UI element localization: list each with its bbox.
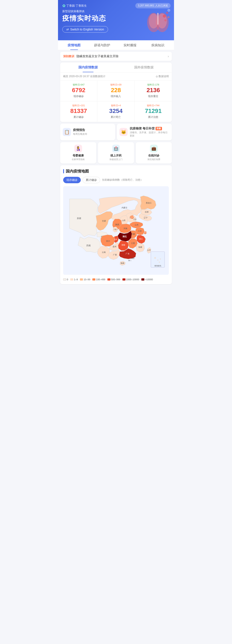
label-yunnan: 云南 bbox=[102, 251, 106, 253]
label-sichuan: 四川 bbox=[106, 240, 110, 242]
legend-item-3: 100–499 bbox=[92, 278, 105, 281]
legend-item-6: >10000 bbox=[141, 278, 153, 281]
data-cell-total-recovered: 较昨日+744 71291 累计治愈 bbox=[135, 101, 172, 122]
lung-decoration bbox=[144, 6, 172, 36]
legend-item-1: 1–9 bbox=[70, 278, 78, 281]
data-meta: 截至 2020-03-20 16:37 全国数据统计 ⊙ 数据说明 bbox=[60, 72, 172, 80]
service-card-maternal[interactable]: 🤱 母婴健康 在家孕育指南 bbox=[60, 142, 96, 164]
diff-total-death: 较昨日+4 bbox=[99, 104, 132, 107]
svg-point-2 bbox=[149, 14, 158, 28]
service-subtitle-medicine: 快递送货上门 bbox=[109, 158, 123, 161]
svg-point-10 bbox=[168, 10, 169, 11]
filter-btn-total[interactable]: 累计确诊 bbox=[82, 177, 100, 183]
map-filter-row: 现存确诊 累计确诊 当前确诊病例数（排除死亡、治愈） bbox=[63, 177, 169, 183]
data-tab-domestic[interactable]: 国内疫情数据 bbox=[60, 62, 116, 72]
nav-tab-map[interactable]: 疫情地图 bbox=[60, 40, 88, 50]
data-cell-overseas-import: 较昨日+39 228 境外输入 bbox=[97, 80, 135, 101]
map-section-title: 国内疫情地图 bbox=[63, 169, 169, 174]
filter-btn-current[interactable]: 现存确诊 bbox=[63, 177, 81, 183]
service-subtitle-maternal: 在家孕育指南 bbox=[72, 158, 85, 161]
consult-icon: 💼 bbox=[150, 145, 158, 152]
number-total-recovered: 71291 bbox=[137, 108, 170, 114]
legend-label-0: 0 bbox=[67, 278, 68, 281]
label-jiangsu: 江苏 bbox=[138, 230, 142, 232]
legend-item-2: 10–99 bbox=[80, 278, 90, 281]
english-version-button[interactable]: ⇄ Switch to English Version bbox=[62, 26, 108, 32]
legend-label-4: 500–999 bbox=[111, 278, 120, 281]
data-meta-text: 截至 2020-03-20 16:37 全国数据统计 bbox=[63, 74, 105, 78]
switch-icon: ⇄ bbox=[66, 28, 69, 31]
service-subtitle-consult: 湖北地区免费 bbox=[147, 158, 160, 161]
label-hunan: 湖南 bbox=[121, 244, 125, 246]
label-shanxi: 山西 bbox=[122, 220, 126, 222]
label-hubei: 湖北 bbox=[123, 235, 127, 238]
label-jilin: 吉林 bbox=[145, 211, 149, 213]
data-cell-total-confirmed: 较昨日+101 81337 累计确诊 bbox=[60, 101, 97, 122]
svg-point-15 bbox=[159, 262, 160, 262]
data-help[interactable]: ⊙ 数据说明 bbox=[156, 74, 169, 78]
label-beijing: 北京 bbox=[130, 216, 133, 218]
diff-current-confirmed: 较昨日-647 bbox=[62, 83, 95, 86]
service-card-medicine[interactable]: 🏥 线上开药 快递送货上门 bbox=[98, 142, 134, 164]
label-total-death: 累计死亡 bbox=[99, 115, 132, 119]
label-overseas-import: 境外输入 bbox=[99, 94, 132, 98]
service-card-consult[interactable]: 💼 在线问诊 湖北地区免费 bbox=[136, 142, 172, 164]
number-overseas-import: 228 bbox=[99, 87, 132, 94]
number-total-confirmed: 81337 bbox=[62, 108, 95, 114]
nav-tab-knowledge[interactable]: 疾病知识 bbox=[144, 40, 172, 50]
service-title-supplies: 抗疫物资 每日补货 限量 bbox=[130, 127, 169, 130]
legend-box-5 bbox=[123, 278, 126, 280]
service-info-report: 疫情报告 每周五晚发布 bbox=[73, 128, 87, 136]
service-title-maternal: 母婴健康 bbox=[73, 154, 84, 158]
legend-item-5: 1000–10000 bbox=[123, 278, 139, 281]
service-title-report: 疫情报告 bbox=[73, 128, 87, 132]
data-cell-severe: 较昨日-178 2136 现存重症 bbox=[135, 80, 172, 101]
label-jiangxi: 江西 bbox=[131, 242, 135, 244]
nav-tab-rumor[interactable]: 辟谣与防护 bbox=[88, 40, 116, 50]
news-text: 隐瞒发热返京女子被美雇主开除 bbox=[76, 54, 166, 58]
svg-point-14 bbox=[160, 258, 161, 259]
nav-tab-live[interactable]: 实时播报 bbox=[116, 40, 144, 50]
label-liaoning: 辽宁 bbox=[144, 216, 148, 218]
number-total-death: 3254 bbox=[99, 108, 132, 114]
svg-rect-4 bbox=[157, 13, 159, 25]
supplies-icon: 🐱 bbox=[120, 128, 128, 136]
maternal-icon: 🤱 bbox=[74, 145, 82, 152]
label-guizhou: 贵州 bbox=[112, 246, 117, 248]
label-macao: 澳门 bbox=[128, 260, 131, 261]
legend-label-1: 1–9 bbox=[74, 278, 78, 281]
service-card-report[interactable]: 📋 疫情报告 每周五晚发布 bbox=[60, 124, 115, 140]
label-total-confirmed: 累计确诊 bbox=[62, 115, 95, 119]
label-total-recovered: 累计治愈 bbox=[137, 115, 170, 119]
number-severe: 2136 bbox=[137, 87, 170, 94]
logo-icon: ✿ bbox=[62, 4, 66, 8]
news-tag: 深刻教训 bbox=[63, 54, 74, 58]
svg-point-5 bbox=[163, 14, 166, 18]
legend-box-1 bbox=[70, 278, 73, 280]
diff-total-confirmed: 较昨日+101 bbox=[62, 104, 95, 107]
legend-box-4 bbox=[107, 278, 110, 280]
label-gansu: 甘肃 bbox=[102, 220, 106, 222]
data-section: 国内疫情数据 国外疫情数据 截至 2020-03-20 16:37 全国数据统计… bbox=[60, 62, 172, 122]
english-btn-label: Switch to English Version bbox=[70, 28, 104, 31]
service-subtitle-supplies: 消毒剂、洗手液、温度计，库存每日更新 bbox=[130, 131, 169, 137]
page-header: ✿ 丁香园·丁香医生 3,207,683,801 人次已浏览 新型冠状病毒肺炎 … bbox=[58, 0, 174, 40]
label-henan: 河南 bbox=[124, 227, 127, 229]
service-section-top: 📋 疫情报告 每周五晚发布 🐱 抗疫物资 每日补货 限量 消毒剂、洗手液、温度计… bbox=[60, 124, 172, 140]
legend-item-4: 500–999 bbox=[107, 278, 120, 281]
label-guangdong: 广东 bbox=[126, 252, 130, 254]
china-map-container: 新疆 西藏 青海 甘肃 内蒙古 黑龙江 吉林 bbox=[63, 186, 169, 276]
filter-desc: 当前确诊病例数（排除死亡、治愈） bbox=[102, 178, 143, 182]
label-nanhai: 南海诸岛 bbox=[154, 265, 161, 267]
service-card-supplies[interactable]: 🐱 抗疫物资 每日补货 限量 消毒剂、洗手液、温度计，库存每日更新 bbox=[117, 124, 172, 140]
data-tab-overseas[interactable]: 国外疫情数据 bbox=[116, 62, 172, 72]
svg-point-7 bbox=[168, 16, 169, 18]
svg-point-12 bbox=[154, 257, 156, 258]
news-banner[interactable]: 深刻教训 隐瞒发热返京女子被美雇主开除 › bbox=[60, 52, 172, 61]
legend-label-2: 10–99 bbox=[84, 278, 90, 281]
legend-label-6: >10000 bbox=[145, 278, 153, 281]
label-hongkong: 香港 bbox=[132, 258, 135, 259]
label-heilongjiang: 黑龙江 bbox=[146, 202, 152, 204]
label-shaanxi: 陕西 bbox=[115, 224, 119, 226]
service-subtitle-report: 每周五晚发布 bbox=[73, 132, 87, 136]
